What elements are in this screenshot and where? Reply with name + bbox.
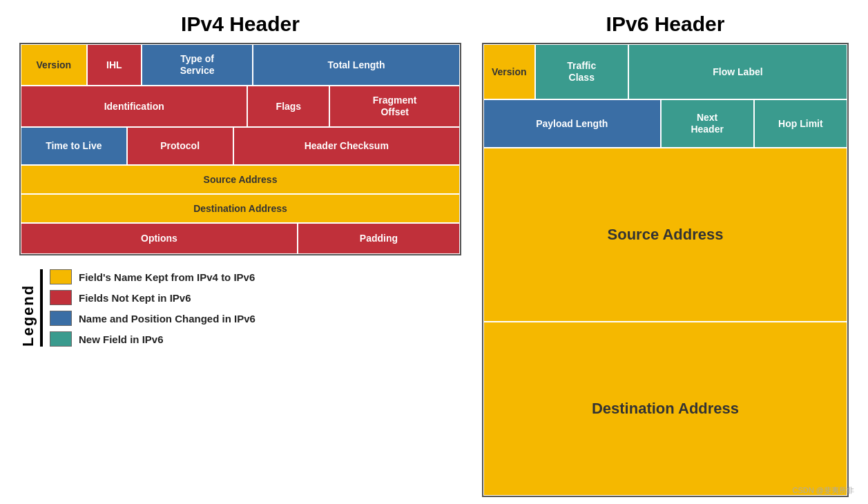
legend-item-teal: New Field in IPv6	[50, 331, 255, 347]
ipv6-row-4: Destination Address	[483, 322, 847, 496]
legend-area: Legend Field's Name Kept from IPv4 to IP…	[19, 269, 461, 347]
ipv4-padding: Padding	[298, 223, 460, 254]
ipv4-ttl: Time to Live	[21, 127, 127, 165]
ipv6-title: IPv6 Header	[482, 12, 849, 36]
legend-item-yellow: Field's Name Kept from IPv4 to IPv6	[50, 269, 255, 284]
ipv6-payload-length: Payload Length	[483, 99, 661, 148]
ipv4-row-6: Options Padding	[21, 223, 460, 254]
ipv6-row-2: Payload Length NextHeader Hop Limit	[483, 99, 847, 148]
ipv4-version: Version	[21, 44, 87, 86]
ipv6-version: Version	[483, 44, 535, 99]
ipv4-source-address: Source Address	[21, 165, 460, 194]
ipv6-traffic-class: TrafficClass	[535, 44, 628, 99]
legend-label-teal: New Field in IPv6	[79, 333, 164, 345]
ipv4-panel: IPv4 Header Version IHL Type ofService T…	[19, 12, 461, 497]
ipv6-source-address: Source Address	[483, 148, 847, 322]
legend-label-red: Fields Not Kept in IPv6	[79, 292, 191, 304]
legend-item-red: Fields Not Kept in IPv6	[50, 290, 255, 305]
ipv6-hop-limit: Hop Limit	[754, 99, 847, 148]
ipv4-row-5: Destination Address	[21, 194, 460, 223]
ipv4-options: Options	[21, 223, 298, 254]
page-wrapper: IPv4 Header Version IHL Type ofService T…	[0, 0, 868, 504]
ipv4-protocol: Protocol	[127, 127, 233, 165]
legend-color-blue	[50, 311, 72, 326]
ipv6-next-header: NextHeader	[661, 99, 754, 148]
legend-item-blue: Name and Position Changed in IPv6	[50, 311, 255, 326]
watermark: CSDN @斐夷所非	[793, 485, 854, 496]
ipv4-row-2: Identification Flags FragmentOffset	[21, 86, 460, 127]
legend-color-red	[50, 290, 72, 305]
ipv4-row-3: Time to Live Protocol Header Checksum	[21, 127, 460, 165]
ipv4-flags: Flags	[247, 86, 329, 127]
ipv4-ihl: IHL	[87, 44, 142, 86]
legend-color-yellow	[50, 269, 72, 284]
legend-items: Field's Name Kept from IPv4 to IPv6 Fiel…	[50, 269, 255, 347]
legend-label-blue: Name and Position Changed in IPv6	[79, 313, 255, 324]
ipv4-total-length: Total Length	[253, 44, 460, 86]
legend-color-teal	[50, 331, 72, 347]
ipv6-panel: IPv6 Header Version TrafficClass Flow La…	[482, 12, 849, 497]
ipv4-row-4: Source Address	[21, 165, 460, 194]
ipv6-flow-label: Flow Label	[628, 44, 847, 99]
ipv4-row-1: Version IHL Type ofService Total Length	[21, 44, 460, 86]
ipv4-destination-address: Destination Address	[21, 194, 460, 223]
ipv6-row-3: Source Address	[483, 148, 847, 322]
ipv4-header-checksum: Header Checksum	[233, 127, 460, 165]
ipv4-title: IPv4 Header	[19, 12, 461, 36]
ipv4-grid: Version IHL Type ofService Total Length …	[19, 43, 461, 255]
ipv6-row-1: Version TrafficClass Flow Label	[483, 44, 847, 99]
legend-label-yellow: Field's Name Kept from IPv4 to IPv6	[79, 271, 255, 283]
legend-title: Legend	[19, 269, 43, 347]
ipv4-tos: Type ofService	[142, 44, 253, 86]
ipv4-identification: Identification	[21, 86, 247, 127]
ipv4-fragment-offset: FragmentOffset	[329, 86, 460, 127]
ipv6-grid: Version TrafficClass Flow Label Payload …	[482, 43, 849, 497]
ipv6-destination-address: Destination Address	[483, 322, 847, 496]
